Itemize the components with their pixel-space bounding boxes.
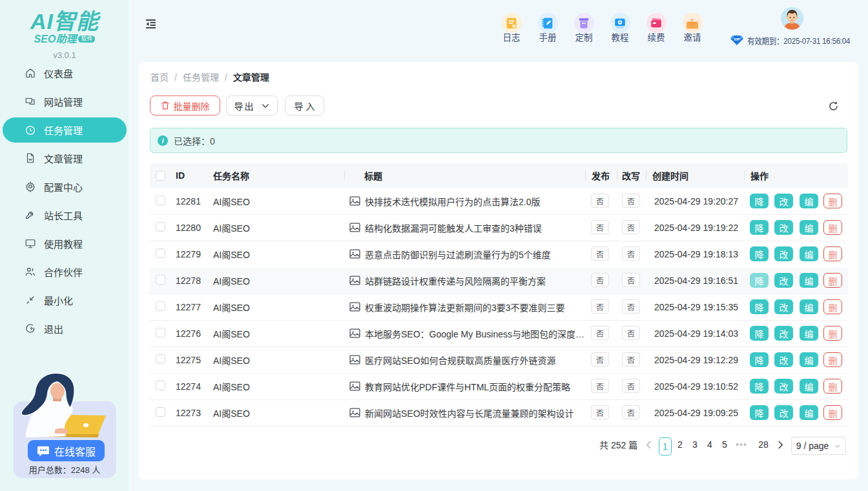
- svg-text:VIP: VIP: [734, 37, 740, 41]
